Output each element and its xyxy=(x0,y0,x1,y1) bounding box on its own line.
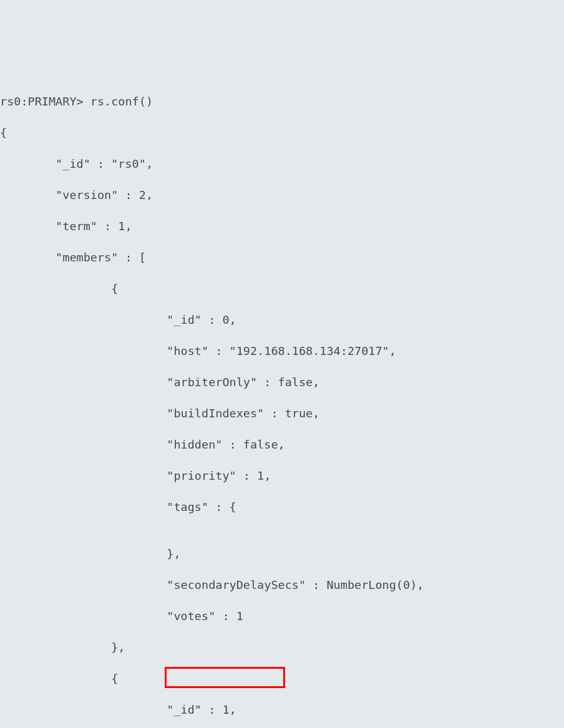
code-block: rs0:PRIMARY> rs.conf() { "_id" : "rs0", … xyxy=(0,78,564,728)
code-line: { xyxy=(0,671,564,686)
code-line: { xyxy=(0,281,564,296)
code-line: "_id" : "rs0", xyxy=(0,156,564,172)
code-line: "hidden" : false, xyxy=(0,437,564,452)
code-line: }, xyxy=(0,546,564,561)
code-line: "secondaryDelaySecs" : NumberLong(0), xyxy=(0,577,564,593)
code-line: "arbiterOnly" : false, xyxy=(0,374,564,390)
code-line: "version" : 2, xyxy=(0,187,564,203)
code-line: "host" : "192.168.168.134:27017", xyxy=(0,343,564,359)
code-line: "votes" : 1 xyxy=(0,608,564,624)
code-line: "tags" : { xyxy=(0,499,564,515)
code-line: "buildIndexes" : true, xyxy=(0,405,564,421)
code-line: "members" : [ xyxy=(0,250,564,265)
code-line: "priority" : 1, xyxy=(0,468,564,483)
code-line: { xyxy=(0,125,564,140)
code-line: "_id" : 0, xyxy=(0,312,564,328)
code-line: rs0:PRIMARY> rs.conf() xyxy=(0,94,564,109)
code-line: "term" : 1, xyxy=(0,218,564,234)
code-line: }, xyxy=(0,639,564,655)
code-line: "_id" : 1, xyxy=(0,702,564,717)
